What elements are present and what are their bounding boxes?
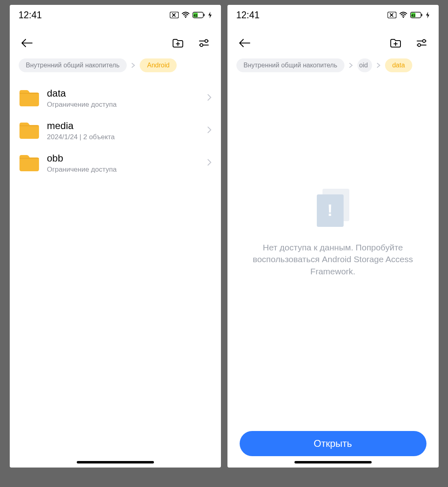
- status-icons: 41: [387, 12, 430, 18]
- settings-button[interactable]: [413, 35, 430, 51]
- chevron-right-icon: [206, 93, 212, 103]
- svg-rect-5: [203, 14, 204, 16]
- phone-right: 12:41 41 Внутренний общий накопитель oid: [227, 5, 439, 468]
- folder-name: media: [47, 120, 206, 131]
- arrow-left-icon: [238, 38, 251, 48]
- folder-icon: [19, 154, 40, 172]
- folder-subtitle: 2024/1/24 | 2 объекта: [47, 133, 206, 141]
- folder-subtitle: Ограничение доступа: [47, 101, 206, 109]
- folder-name: data: [47, 88, 206, 99]
- chevron-right-icon: [131, 62, 136, 69]
- breadcrumb-item-active[interactable]: data: [385, 58, 412, 72]
- sliders-icon: [416, 38, 427, 48]
- sim-icon: [387, 12, 396, 18]
- breadcrumbs: Внутренний общий накопитель Android: [10, 55, 221, 75]
- folder-list: data Ограничение доступа media 2024/1/24…: [10, 75, 221, 468]
- new-folder-button[interactable]: [387, 35, 404, 51]
- svg-text:41: 41: [411, 13, 415, 17]
- chevron-right-icon: [376, 62, 381, 69]
- folder-subtitle: Ограничение доступа: [47, 166, 206, 174]
- arrow-left-icon: [21, 38, 33, 48]
- chevron-right-icon: [348, 62, 353, 69]
- empty-message: Нет доступа к данным. Попробуйте восполь…: [245, 241, 422, 277]
- sim-icon: [170, 12, 179, 18]
- charging-icon: [426, 12, 430, 18]
- status-time: 12:41: [19, 10, 42, 21]
- charging-icon: [208, 12, 212, 18]
- svg-point-6: [205, 40, 208, 43]
- open-button[interactable]: Открыть: [240, 431, 426, 456]
- toolbar: [10, 31, 221, 55]
- toolbar: [227, 31, 439, 55]
- status-time: 12:41: [236, 10, 260, 21]
- status-bar: 12:41 41: [227, 5, 439, 25]
- home-indicator[interactable]: [77, 461, 154, 463]
- svg-text:41: 41: [193, 13, 197, 17]
- phone-left: 12:41 41 Внутренний общий накопитель And…: [10, 5, 221, 468]
- empty-state: ! Нет доступа к данным. Попробуйте воспо…: [236, 82, 430, 425]
- svg-point-7: [200, 44, 203, 47]
- chevron-right-icon: [206, 158, 212, 168]
- svg-point-1: [185, 17, 186, 18]
- settings-button[interactable]: [196, 35, 212, 51]
- battery-icon: 41: [410, 12, 423, 18]
- folder-item-media[interactable]: media 2024/1/24 | 2 объекта: [19, 114, 212, 147]
- folder-item-obb[interactable]: obb Ограничение доступа: [19, 147, 212, 179]
- no-access-icon: !: [313, 189, 353, 229]
- status-icons: 41: [170, 12, 212, 18]
- new-folder-button[interactable]: [170, 35, 186, 51]
- folder-icon: [19, 121, 40, 140]
- back-button[interactable]: [236, 35, 253, 51]
- svg-point-9: [403, 17, 404, 18]
- battery-icon: 41: [193, 12, 206, 18]
- breadcrumb-item[interactable]: Внутренний общий накопитель: [19, 58, 127, 72]
- svg-point-14: [422, 40, 425, 43]
- home-indicator[interactable]: [294, 461, 372, 463]
- chevron-right-icon: [206, 125, 212, 136]
- folder-icon: [19, 89, 40, 108]
- wifi-icon: [399, 12, 408, 18]
- svg-rect-13: [421, 14, 422, 16]
- back-button[interactable]: [19, 35, 35, 51]
- breadcrumbs: Внутренний общий накопитель oid data: [227, 55, 439, 75]
- wifi-icon: [181, 12, 190, 18]
- folder-plus-icon: [172, 38, 184, 48]
- svg-point-15: [418, 44, 420, 47]
- breadcrumb-item-active[interactable]: Android: [140, 58, 177, 72]
- folder-item-data[interactable]: data Ограничение доступа: [19, 82, 212, 114]
- status-bar: 12:41 41: [10, 5, 221, 25]
- sliders-icon: [198, 38, 210, 48]
- breadcrumb-item[interactable]: Внутренний общий накопитель: [236, 58, 345, 72]
- folder-name: obb: [47, 153, 206, 164]
- breadcrumb-item[interactable]: oid: [357, 58, 372, 72]
- content-area: ! Нет доступа к данным. Попробуйте воспо…: [227, 75, 439, 431]
- folder-plus-icon: [390, 38, 401, 48]
